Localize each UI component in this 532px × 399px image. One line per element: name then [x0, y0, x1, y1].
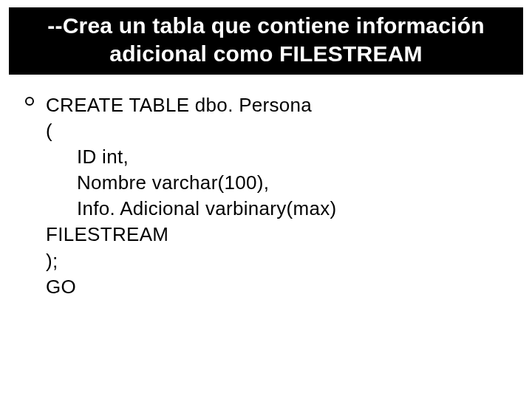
code-line: FILESTREAM	[46, 222, 517, 248]
title-line-1: --Crea un tabla que contiene información	[47, 13, 484, 38]
code-line: );	[46, 248, 517, 274]
code-line: Nombre varchar(100),	[46, 170, 517, 196]
code-line: ID int,	[46, 144, 517, 170]
slide: --Crea un tabla que contiene información…	[0, 7, 532, 399]
title-band: --Crea un tabla que contiene información…	[9, 7, 523, 75]
code-line: CREATE TABLE dbo. Persona	[46, 92, 517, 118]
code-line: Info. Adicional varbinary(max)	[46, 196, 517, 222]
title-line-2: adicional como FILESTREAM	[109, 41, 422, 66]
code-line: GO	[46, 274, 517, 300]
slide-title: --Crea un tabla que contiene información…	[19, 12, 513, 67]
slide-body: CREATE TABLE dbo. Persona ( ID int, Nomb…	[46, 92, 517, 300]
bullet-icon	[25, 97, 34, 106]
code-line: (	[46, 118, 517, 144]
code-block: CREATE TABLE dbo. Persona ( ID int, Nomb…	[46, 92, 517, 300]
